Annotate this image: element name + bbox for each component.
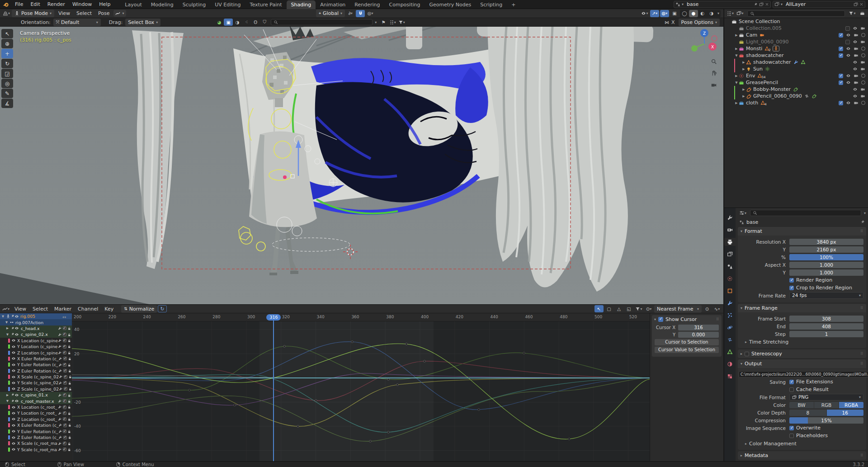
breadcrumb-scene[interactable]: base xyxy=(746,219,758,225)
render-visibility-icon[interactable] xyxy=(860,26,865,31)
camera-view-icon[interactable] xyxy=(709,80,719,90)
channel-y-location-c-root-[interactable]: Y Location (c_root_ xyxy=(0,410,72,416)
tool-annotate[interactable]: ✎ xyxy=(1,89,13,98)
graph-menu-channel[interactable]: Channel xyxy=(75,306,101,312)
channel-enable-checkbox[interactable] xyxy=(63,369,67,373)
checkbox-overwrite[interactable]: Overwrite xyxy=(789,425,821,431)
interaction-dropdown[interactable]: ▾ xyxy=(113,10,126,17)
panel-header[interactable]: ▾Format⠿ xyxy=(738,227,866,236)
render-visibility-icon[interactable] xyxy=(860,39,865,44)
proportional-edit[interactable]: ⊙▾ xyxy=(644,305,653,312)
aspect-x-field[interactable]: 1.000 xyxy=(789,262,863,268)
eye-icon[interactable] xyxy=(846,73,851,78)
orientation-dropdown[interactable]: ⤱Default▾ xyxy=(53,19,101,26)
editor-type-button[interactable]: ▾ xyxy=(726,10,735,17)
channel-y-scale-c-root-ma[interactable]: Y Scale (c_root_ma xyxy=(0,447,72,453)
normalize-button[interactable]: ⇅Normalize xyxy=(121,305,157,313)
options-chevron-icon[interactable]: ▾ xyxy=(864,211,866,215)
tool-move[interactable]: + xyxy=(1,49,13,58)
proportional-editing[interactable]: ◎▾ xyxy=(366,10,375,17)
y-field[interactable]: 2160 px xyxy=(789,246,863,253)
exclude-checkbox[interactable] xyxy=(839,80,843,85)
render-visibility-icon[interactable] xyxy=(854,100,859,105)
new-layer-icon[interactable] xyxy=(854,2,858,7)
playhead-line[interactable] xyxy=(273,319,274,462)
channel-enable-checkbox[interactable] xyxy=(63,399,66,403)
editor-type-button[interactable]: ▾ xyxy=(738,209,747,217)
outliner-item-shadowcatcher[interactable]: ▼shadowcatcher xyxy=(724,52,868,59)
checkbox-file-extensions[interactable]: File Extensions xyxy=(789,379,833,385)
material-preview-icon[interactable]: ◕ xyxy=(215,19,224,26)
channel-y-location-c-spine[interactable]: Y Location (c_spine xyxy=(0,344,72,349)
outliner-item-monsti[interactable]: ▶Monsti2 xyxy=(724,45,868,52)
eye-icon[interactable] xyxy=(846,46,851,51)
graph-menu-select[interactable]: Select xyxy=(29,306,51,312)
contrast-icon[interactable]: ◑ xyxy=(233,19,242,26)
exclude-checkbox[interactable] xyxy=(839,47,843,51)
channel-enable-checkbox[interactable] xyxy=(63,357,67,360)
outliner-item-greasepencil[interactable]: ▼GreasePencil xyxy=(724,79,868,86)
workspace-tab-sculpting[interactable]: Sculpting xyxy=(178,0,210,9)
exclude-checkbox[interactable] xyxy=(845,40,850,44)
close-icon[interactable] xyxy=(765,2,769,6)
tool-cursor[interactable]: ⊕ xyxy=(1,39,13,48)
channel-c-spine-01-x[interactable]: ▶c_spine_01.x xyxy=(0,392,72,398)
bookmark-icon[interactable]: ⚑ xyxy=(379,19,388,26)
view-layer-selector[interactable]: ▾ AllLayer xyxy=(773,1,865,8)
exclude-checkbox[interactable] xyxy=(839,101,843,105)
pin-icon[interactable] xyxy=(753,2,758,7)
mirror-icon[interactable]: ⋈ xyxy=(662,19,671,26)
viewport-search[interactable] xyxy=(271,19,373,25)
tool-select-box[interactable]: ↖ xyxy=(1,29,13,38)
tool-rotate[interactable]: ↻ xyxy=(1,59,13,68)
menu-help[interactable]: Help xyxy=(95,0,114,9)
channel-y-euler-rotation-c-[interactable]: Y Euler Rotation (c_ xyxy=(0,428,72,434)
gizmos-toggle[interactable]: ↗▾ xyxy=(650,10,659,17)
outliner-item-cloth[interactable]: ▶cloth4 xyxy=(724,99,868,106)
chevron-down-icon[interactable]: ▾ xyxy=(373,20,379,24)
channel-enable-checkbox[interactable] xyxy=(63,436,67,439)
menu-window[interactable]: Window xyxy=(69,0,95,9)
channel-enable-checkbox[interactable] xyxy=(63,406,66,409)
cursor-x-field[interactable]: 316 xyxy=(678,325,719,330)
channel-x-location-c-spine[interactable]: X Location (c_spine xyxy=(0,338,72,344)
y-field[interactable]: 1.000 xyxy=(789,269,863,276)
viewport-menu-select[interactable]: Select xyxy=(73,10,95,16)
channel-enable-checkbox[interactable] xyxy=(63,339,66,342)
expand-toggle[interactable]: ▶ xyxy=(741,88,746,91)
expand-toggle[interactable]: ▶ xyxy=(741,67,746,71)
workspace-tab-rendering[interactable]: Rendering xyxy=(350,0,384,9)
workspace-tab-uv-editing[interactable]: UV Editing xyxy=(210,0,245,9)
holdout-icon[interactable] xyxy=(861,47,865,51)
channel-rig-007action[interactable]: ▼rig.007Action xyxy=(0,319,72,325)
properties-tab-data[interactable] xyxy=(724,348,736,356)
properties-tab-modifiers[interactable] xyxy=(724,299,736,307)
pan-hand-icon[interactable] xyxy=(709,68,719,78)
outliner-item-bobby-monster[interactable]: ▶Bobby-Monster xyxy=(724,86,868,93)
pivot-icon[interactable]: ⊙ xyxy=(703,305,712,312)
eye-icon[interactable] xyxy=(853,26,858,31)
end-field[interactable]: 408 xyxy=(789,323,863,330)
exclude-checkbox[interactable] xyxy=(839,33,843,38)
panel-header[interactable]: ▸Stereoscopy⠿ xyxy=(738,349,866,358)
balls-icon[interactable]: ⁖ xyxy=(242,19,251,26)
properties-tab-world[interactable] xyxy=(724,274,736,283)
expand-toggle[interactable]: ▼ xyxy=(734,81,739,85)
graph-menu-view[interactable]: View xyxy=(11,306,29,312)
checkbox-cache-result[interactable]: Cache Result xyxy=(789,387,829,392)
checkbox-placeholders[interactable]: Placeholders xyxy=(789,433,828,439)
properties-tab-scene[interactable] xyxy=(724,262,736,270)
mode-selector[interactable]: Pose Mode▾ xyxy=(12,9,54,17)
channel-rig-005[interactable]: ▼rig.005 xyxy=(0,313,72,319)
eye-icon[interactable] xyxy=(853,39,858,44)
step-field[interactable]: 1 xyxy=(789,331,863,337)
panel-header[interactable]: ▸Metadata⠿ xyxy=(738,451,866,460)
render-visibility-icon[interactable] xyxy=(854,73,859,78)
expand-toggle[interactable]: ▶ xyxy=(741,61,746,64)
channel-enable-checkbox[interactable] xyxy=(64,375,67,379)
drag-dropdown[interactable]: Select Box▾ xyxy=(125,19,160,26)
workspace-tab-texture-paint[interactable]: Texture Paint xyxy=(245,0,287,9)
playhead-frame-badge[interactable]: 316 xyxy=(266,314,281,321)
menu-edit[interactable]: Edit xyxy=(27,0,43,9)
snap-dropdown[interactable]: Nearest Frame▾ xyxy=(654,305,702,313)
